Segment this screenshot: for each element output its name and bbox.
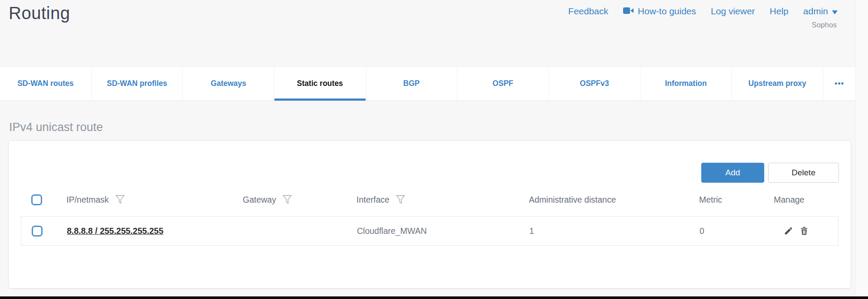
admin-menu-label: admin xyxy=(803,6,828,16)
column-ip-netmask: IP/netmask xyxy=(66,195,243,205)
filter-icon[interactable] xyxy=(282,195,292,204)
routes-card: Add Delete IP/netmask Gateway Interfac xyxy=(8,140,851,289)
cell-ip-netmask: 8.8.8.8 / 255.255.255.255 xyxy=(67,226,243,236)
cell-interface: Cloudflare_MWAN xyxy=(357,226,529,236)
page-title: Routing xyxy=(9,3,70,23)
column-gateway: Gateway xyxy=(243,195,356,205)
route-link[interactable]: 8.8.8.8 / 255.255.255.255 xyxy=(67,226,163,236)
feedback-link[interactable]: Feedback xyxy=(568,6,608,16)
caret-down-icon xyxy=(832,6,838,16)
column-manage: Manage xyxy=(774,195,838,205)
tab-static-routes[interactable]: Static routes xyxy=(274,67,366,100)
tab-label: OSPFv3 xyxy=(580,79,609,88)
table-row: 8.8.8.8 / 255.255.255.255 Cloudflare_MWA… xyxy=(21,216,838,246)
scrollbar-track[interactable] xyxy=(855,0,868,297)
cell-metric: 0 xyxy=(700,226,774,236)
org-label: Sophos xyxy=(812,21,837,30)
tab-label: SD-WAN routes xyxy=(17,79,73,88)
tabbar: SD-WAN routes SD-WAN profiles Gateways S… xyxy=(0,66,855,101)
row-checkbox[interactable] xyxy=(32,226,43,237)
tab-label: SD-WAN profiles xyxy=(107,79,167,88)
tab-label: Upstream proxy xyxy=(749,79,806,88)
tab-label: Gateways xyxy=(211,79,246,88)
tab-label: BGP xyxy=(403,79,420,88)
column-label: IP/netmask xyxy=(66,195,109,205)
tab-information[interactable]: Information xyxy=(640,67,732,100)
column-administrative-distance: Administrative distance xyxy=(529,195,699,205)
log-viewer-label: Log viewer xyxy=(711,6,755,16)
column-label: Interface xyxy=(356,195,389,205)
column-label: Gateway xyxy=(243,195,276,205)
column-interface: Interface xyxy=(356,195,529,205)
how-to-guides-link[interactable]: How-to guides xyxy=(623,6,696,16)
ellipsis-icon: ••• xyxy=(835,79,844,88)
section-title: IPv4 unicast route xyxy=(9,121,103,134)
header-checkbox-cell xyxy=(21,194,66,205)
tab-more[interactable]: ••• xyxy=(823,67,855,100)
tab-ospf[interactable]: OSPF xyxy=(457,67,549,100)
add-button[interactable]: Add xyxy=(701,163,764,183)
toolbar: Add Delete xyxy=(701,163,839,183)
column-label: Metric xyxy=(699,195,722,205)
feedback-link-label: Feedback xyxy=(568,6,608,16)
tab-gateways[interactable]: Gateways xyxy=(183,67,274,100)
tab-sd-wan-routes[interactable]: SD-WAN routes xyxy=(0,67,92,100)
cell-administrative-distance: 1 xyxy=(529,226,700,236)
tab-sd-wan-profiles[interactable]: SD-WAN profiles xyxy=(92,67,183,100)
bottom-edge-bar xyxy=(0,296,868,299)
column-label: Manage xyxy=(774,195,804,205)
edit-icon[interactable] xyxy=(784,226,793,236)
column-label: Administrative distance xyxy=(529,195,616,205)
cell-manage xyxy=(774,226,838,236)
row-checkbox-cell xyxy=(21,226,67,237)
table-header: IP/netmask Gateway Interface Administrat… xyxy=(21,186,838,214)
filter-icon[interactable] xyxy=(396,195,406,204)
delete-button[interactable]: Delete xyxy=(768,163,839,183)
tab-upstream-proxy[interactable]: Upstream proxy xyxy=(732,67,823,100)
select-all-checkbox[interactable] xyxy=(31,194,42,205)
tab-bgp[interactable]: BGP xyxy=(366,67,458,100)
tab-label: Information xyxy=(665,79,706,88)
help-label: Help xyxy=(770,6,789,16)
admin-menu[interactable]: admin xyxy=(803,6,838,16)
how-to-guides-label: How-to guides xyxy=(638,6,696,16)
routing-page: Routing Feedback How-to guides Log viewe… xyxy=(0,0,868,299)
help-link[interactable]: Help xyxy=(770,6,789,16)
tab-ospfv3[interactable]: OSPFv3 xyxy=(549,67,640,100)
column-metric: Metric xyxy=(699,195,774,205)
top-nav: Feedback How-to guides Log viewer Help a… xyxy=(568,6,838,16)
tab-label: OSPF xyxy=(492,79,513,88)
trash-icon[interactable] xyxy=(799,226,809,236)
log-viewer-link[interactable]: Log viewer xyxy=(711,6,755,16)
tab-label: Static routes xyxy=(297,79,343,88)
filter-icon[interactable] xyxy=(115,195,125,204)
video-camera-icon xyxy=(623,6,634,16)
